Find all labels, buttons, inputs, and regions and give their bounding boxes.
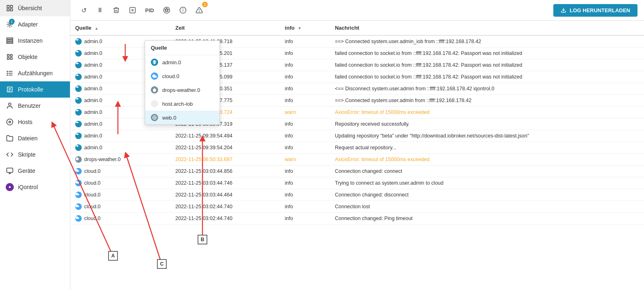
cell-nachricht-3: failed connection to socket.io from ::ff…: [330, 71, 644, 83]
svg-point-27: [165, 9, 166, 10]
cell-nachricht-9: Request actual repository...: [330, 142, 644, 154]
sidebar-item-label-iqontrol: iQontrol: [18, 184, 38, 190]
cell-zeit-9: 2022-11-25 09:39:54.204: [170, 142, 280, 154]
toolbar: ↺ ⏸ PID 2 LOG HERUNTERLADEN: [70, 0, 644, 21]
source-icon-admin: [75, 109, 82, 116]
cell-nachricht-1: failed connection to socket.io from ::ff…: [330, 48, 644, 59]
sidebar-item-objekte[interactable]: Objekte: [0, 49, 70, 65]
filter-icon-level: ▼: [298, 26, 302, 31]
sidebar-item-aufzahlungen[interactable]: Aufzählungen: [0, 65, 70, 81]
sidebar-item-hosts[interactable]: Hosts: [0, 114, 70, 130]
table-row[interactable]: cloud.02022-11-25 03:02:44.740infoConnec…: [70, 201, 644, 213]
gerate-icon: [6, 167, 14, 175]
sidebar-item-label-gerate: Geräte: [18, 168, 35, 174]
svg-point-13: [7, 75, 8, 76]
dropdown-item-icon-hostiob: [151, 100, 158, 107]
cell-zeit-15: 2022-11-25 03:02:44.740: [170, 213, 280, 225]
source-icon-drops: [75, 156, 82, 163]
cell-level-2: info: [280, 59, 330, 71]
cell-nachricht-12: Trying to connect as system.user.admin t…: [330, 177, 644, 189]
dropdown-item-cloud0[interactable]: cloud.0: [145, 69, 220, 83]
sidebar-item-protokolle[interactable]: Protokolle: [0, 81, 70, 98]
source-label: admin.0: [84, 86, 102, 92]
sidebar-item-label-skripte: Skripte: [18, 151, 36, 158]
sidebar-item-label-hosts: Hosts: [18, 119, 33, 125]
source-label: cloud.0: [84, 180, 100, 186]
svg-rect-6: [7, 40, 13, 41]
col-level[interactable]: info ▼: [280, 21, 330, 35]
pid-button[interactable]: PID: [142, 3, 157, 17]
cell-level-9: info: [280, 142, 330, 154]
dropdown-item-drops0[interactable]: drops-weather.0: [145, 83, 220, 97]
cell-quelle-15: cloud.0: [70, 213, 170, 225]
sidebar-item-label-aufzahlungen: Aufzählungen: [18, 70, 53, 76]
dropdown-item-label-hostiob: host.arch-iob: [162, 101, 193, 107]
cell-zeit-14: 2022-11-25 03:02:44.740: [170, 201, 280, 213]
svg-point-11: [7, 71, 8, 72]
warn-button-wrap: 2: [192, 3, 206, 17]
cell-nachricht-13: Connection changed: disconnect: [330, 189, 644, 201]
cell-quelle-11: cloud.0: [70, 166, 170, 177]
source-label: cloud.0: [84, 216, 100, 221]
sidebar-item-label-benutzer: Benutzer: [18, 102, 41, 109]
cell-level-12: info: [280, 177, 330, 189]
cell-level-10: warn: [280, 154, 330, 166]
sidebar-item-skripte[interactable]: Skripte: [0, 146, 70, 163]
svg-point-17: [9, 103, 11, 105]
delete-button[interactable]: [109, 3, 123, 17]
table-row[interactable]: drops-weather.02022-11-25 06:50:33.697wa…: [70, 154, 644, 166]
dropdown-item-label-web0: web.0: [162, 115, 176, 121]
table-row[interactable]: cloud.02022-11-25 03:03:44.746infoTrying…: [70, 177, 644, 189]
sidebar-item-gerate[interactable]: Geräte: [0, 163, 70, 179]
download-button[interactable]: LOG HERUNTERLADEN: [553, 4, 637, 17]
svg-point-28: [166, 8, 167, 9]
cell-quelle-12: cloud.0: [70, 177, 170, 189]
source-label: admin.0: [84, 62, 102, 68]
sidebar-item-adapter[interactable]: Adapter1: [0, 16, 70, 33]
source-icon-admin: [75, 144, 82, 151]
cell-nachricht-2: failed connection to socket.io from ::ff…: [330, 59, 644, 71]
dropdown-item-hostiob[interactable]: host.arch-iob: [145, 97, 220, 111]
cell-nachricht-7: Repository received successfully.: [330, 118, 644, 130]
pause-button[interactable]: ⏸: [93, 3, 107, 17]
svg-rect-0: [7, 5, 9, 7]
table-row[interactable]: cloud.02022-11-25 03:03:44.856infoConnec…: [70, 166, 644, 177]
dropdown-item-admin0[interactable]: admin.0: [145, 55, 220, 69]
col-quelle[interactable]: Quelle ▲: [70, 21, 170, 35]
source-label: admin.0: [84, 74, 102, 80]
sidebar-item-benutzer[interactable]: Benutzer: [0, 98, 70, 114]
svg-point-31: [165, 11, 166, 11]
source-dropdown: Quelle admin.0cloud.0drops-weather.0host…: [145, 40, 220, 125]
info-circle-button[interactable]: [176, 3, 190, 17]
cell-nachricht-15: Connection changed: Ping timeout: [330, 213, 644, 225]
cell-quelle-10: drops-weather.0: [70, 154, 170, 166]
table-row[interactable]: admin.02022-11-25 09:39:54.204infoReques…: [70, 142, 644, 154]
palette-button[interactable]: [160, 3, 174, 17]
cell-zeit-8: 2022-11-25 09:39:54.494: [170, 130, 280, 142]
source-icon-cloud: [75, 215, 82, 222]
sidebar-item-iqontrol[interactable]: iQontrol: [0, 179, 70, 195]
protokolle-icon: [6, 85, 14, 94]
dateien-icon: [6, 134, 14, 142]
table-row[interactable]: cloud.02022-11-25 03:02:44.740infoConnec…: [70, 213, 644, 225]
table-row[interactable]: admin.02022-11-25 09:39:54.494infoUpdati…: [70, 130, 644, 142]
sidebar-item-ubersicht[interactable]: Übersicht: [0, 0, 70, 16]
sidebar-item-dateien[interactable]: Dateien: [0, 130, 70, 146]
delete-log-button[interactable]: [126, 3, 139, 17]
cell-level-13: info: [280, 189, 330, 201]
svg-rect-5: [7, 38, 13, 39]
cell-level-6: warn: [280, 107, 330, 118]
refresh-button[interactable]: ↺: [77, 3, 91, 17]
source-label: admin.0: [84, 145, 102, 150]
dropdown-item-web0[interactable]: web.0: [145, 111, 220, 124]
sidebar-item-label-adapter: Adapter: [18, 21, 38, 28]
col-zeit[interactable]: Zeit: [170, 21, 280, 35]
main-content: ↺ ⏸ PID 2 LOG HERUNTERLADEN Que: [70, 0, 644, 290]
table-row[interactable]: cloud.02022-11-25 03:03:44.464infoConnec…: [70, 189, 644, 201]
source-label: admin.0: [84, 50, 102, 56]
col-nachricht: Nachricht: [330, 21, 644, 35]
sidebar-item-instanzen[interactable]: Instanzen: [0, 33, 70, 49]
cell-zeit-11: 2022-11-25 03:03:44.856: [170, 166, 280, 177]
cell-nachricht-14: Connection lost: [330, 201, 644, 213]
iqontrol-icon: [6, 183, 14, 191]
